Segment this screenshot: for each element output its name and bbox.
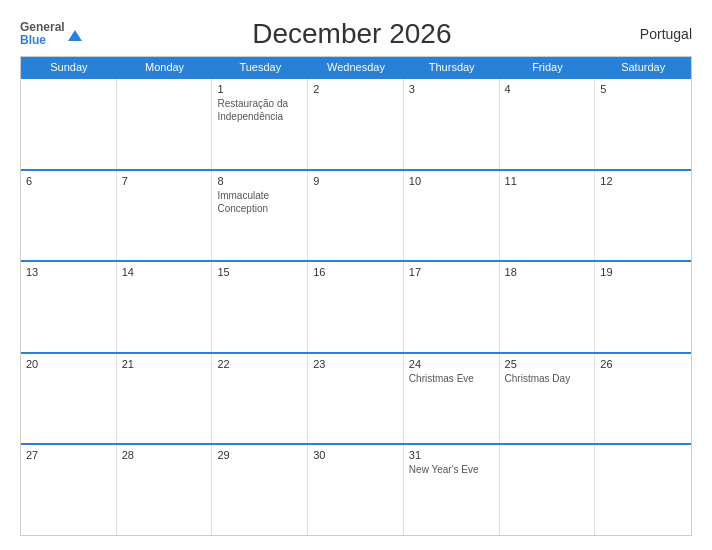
cell-dec-15: 15 bbox=[212, 262, 308, 352]
cell-dec-26: 26 bbox=[595, 354, 691, 444]
cell-r1-sun bbox=[21, 79, 117, 169]
header-monday: Monday bbox=[117, 57, 213, 77]
cell-dec-8: 8 Immaculate Conception bbox=[212, 171, 308, 261]
cell-dec-3: 3 bbox=[404, 79, 500, 169]
cell-dec-7: 7 bbox=[117, 171, 213, 261]
cell-dec-31: 31 New Year's Eve bbox=[404, 445, 500, 535]
header-sunday: Sunday bbox=[21, 57, 117, 77]
cell-dec-4: 4 bbox=[500, 79, 596, 169]
cell-dec-18: 18 bbox=[500, 262, 596, 352]
calendar-row-3: 13 14 15 16 17 18 19 bbox=[21, 260, 691, 352]
cell-dec-30: 30 bbox=[308, 445, 404, 535]
calendar-row-2: 6 7 8 Immaculate Conception 9 10 11 bbox=[21, 169, 691, 261]
header-saturday: Saturday bbox=[595, 57, 691, 77]
cell-dec-21: 21 bbox=[117, 354, 213, 444]
cell-dec-2: 2 bbox=[308, 79, 404, 169]
cell-r5-sat bbox=[595, 445, 691, 535]
calendar-page: General Blue December 2026 Portugal Sund… bbox=[0, 0, 712, 550]
cell-dec-9: 9 bbox=[308, 171, 404, 261]
cell-dec-12: 12 bbox=[595, 171, 691, 261]
page-header: General Blue December 2026 Portugal bbox=[20, 18, 692, 50]
country-label: Portugal bbox=[622, 26, 692, 42]
logo-blue-text: Blue bbox=[20, 34, 65, 47]
cell-dec-28: 28 bbox=[117, 445, 213, 535]
cell-dec-6: 6 bbox=[21, 171, 117, 261]
cell-dec-24: 24 Christmas Eve bbox=[404, 354, 500, 444]
cell-dec-11: 11 bbox=[500, 171, 596, 261]
logo: General Blue bbox=[20, 21, 82, 47]
cell-r1-mon bbox=[117, 79, 213, 169]
month-title: December 2026 bbox=[82, 18, 622, 50]
calendar-grid: Sunday Monday Tuesday Wednesday Thursday… bbox=[20, 56, 692, 536]
header-thursday: Thursday bbox=[404, 57, 500, 77]
cell-dec-27: 27 bbox=[21, 445, 117, 535]
calendar-body: 1 Restauração da Independência 2 3 4 5 bbox=[21, 77, 691, 535]
cell-dec-23: 23 bbox=[308, 354, 404, 444]
cell-dec-5: 5 bbox=[595, 79, 691, 169]
cell-dec-1: 1 Restauração da Independência bbox=[212, 79, 308, 169]
cell-dec-19: 19 bbox=[595, 262, 691, 352]
cell-dec-25: 25 Christmas Day bbox=[500, 354, 596, 444]
calendar-header: Sunday Monday Tuesday Wednesday Thursday… bbox=[21, 57, 691, 77]
cell-dec-14: 14 bbox=[117, 262, 213, 352]
header-wednesday: Wednesday bbox=[308, 57, 404, 77]
header-friday: Friday bbox=[500, 57, 596, 77]
calendar-row-1: 1 Restauração da Independência 2 3 4 5 bbox=[21, 77, 691, 169]
cell-dec-16: 16 bbox=[308, 262, 404, 352]
cell-dec-29: 29 bbox=[212, 445, 308, 535]
cell-dec-22: 22 bbox=[212, 354, 308, 444]
cell-r5-fri bbox=[500, 445, 596, 535]
cell-dec-17: 17 bbox=[404, 262, 500, 352]
calendar-row-4: 20 21 22 23 24 Christmas Eve 25 Christma bbox=[21, 352, 691, 444]
calendar-row-5: 27 28 29 30 31 New Year's Eve bbox=[21, 443, 691, 535]
cell-dec-20: 20 bbox=[21, 354, 117, 444]
cell-dec-10: 10 bbox=[404, 171, 500, 261]
header-tuesday: Tuesday bbox=[212, 57, 308, 77]
cell-dec-13: 13 bbox=[21, 262, 117, 352]
